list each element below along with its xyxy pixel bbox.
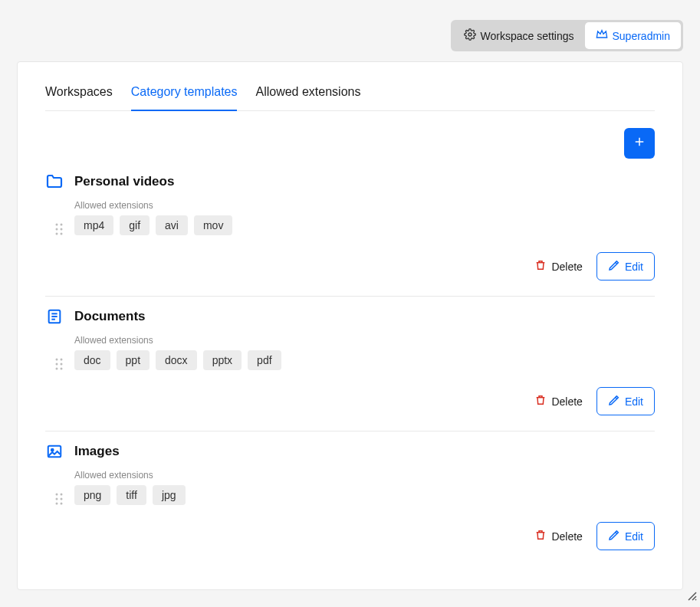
extension-tag: pptx [203, 350, 242, 370]
svg-point-15 [56, 363, 58, 366]
trash-icon [534, 259, 547, 274]
edit-label: Edit [625, 530, 643, 543]
allowed-extensions-label: Allowed extensions [74, 335, 281, 346]
svg-point-20 [51, 449, 54, 451]
document-icon [45, 307, 64, 326]
edit-label: Edit [625, 261, 643, 273]
extension-tag: tiff [117, 485, 146, 505]
plus-icon [633, 135, 646, 152]
delete-button[interactable]: Delete [534, 259, 582, 274]
svg-point-26 [61, 503, 63, 505]
gear-icon [464, 28, 476, 43]
svg-point-13 [56, 359, 58, 361]
extension-tag: pdf [248, 350, 281, 370]
tab-category-templates[interactable]: Category templates [131, 85, 238, 111]
extension-tag: ppt [117, 350, 150, 370]
folder-icon [45, 172, 64, 191]
svg-point-3 [56, 224, 58, 226]
topbar: Workspace settings Superadmin [451, 20, 683, 51]
pencil-icon [608, 529, 620, 543]
resize-handle-icon[interactable] [688, 590, 697, 604]
main-card: Workspaces Category templates Allowed ex… [17, 61, 683, 590]
svg-point-7 [56, 233, 58, 235]
superadmin-label: Superadmin [613, 30, 671, 42]
pencil-icon [608, 259, 620, 274]
svg-point-6 [61, 228, 63, 231]
extension-tags: pngtiffjpg [74, 485, 186, 505]
workspace-settings-button[interactable]: Workspace settings [453, 22, 585, 49]
extension-tag: docx [156, 350, 197, 370]
svg-point-0 [468, 33, 472, 36]
svg-point-23 [56, 498, 58, 500]
delete-label: Delete [551, 261, 582, 273]
crown-icon [596, 28, 608, 43]
tab-allowed-extensions[interactable]: Allowed extensions [255, 85, 360, 111]
extension-tag: mov [194, 215, 232, 235]
category-title: Personal videos [74, 174, 174, 189]
workspace-settings-label: Workspace settings [481, 30, 574, 42]
edit-label: Edit [625, 395, 643, 408]
image-icon [45, 442, 64, 461]
allowed-extensions-label: Allowed extensions [74, 470, 186, 481]
tab-workspaces[interactable]: Workspaces [45, 85, 113, 111]
delete-button[interactable]: Delete [534, 529, 582, 543]
drag-handle-icon[interactable] [54, 493, 64, 505]
extension-tags: mp4gifavimov [74, 215, 232, 235]
drag-handle-icon[interactable] [54, 358, 64, 370]
tabs: Workspaces Category templates Allowed ex… [45, 85, 655, 111]
extension-tags: docpptdocxpptxpdf [74, 350, 281, 370]
category-title: Documents [74, 309, 146, 324]
edit-button[interactable]: Edit [596, 522, 655, 550]
svg-point-22 [61, 494, 63, 496]
svg-point-21 [56, 494, 58, 496]
trash-icon [534, 529, 547, 543]
pencil-icon [608, 394, 620, 408]
svg-point-24 [61, 498, 63, 500]
extension-tag: doc [74, 350, 110, 370]
category-item: Documents Allowed extensions docpptdocxp… [45, 307, 655, 431]
edit-button[interactable]: Edit [596, 387, 655, 415]
trash-icon [534, 394, 547, 408]
add-category-button[interactable] [624, 128, 655, 159]
delete-label: Delete [551, 530, 582, 543]
extension-tag: avi [156, 215, 188, 235]
superadmin-button[interactable]: Superadmin [585, 22, 682, 49]
delete-button[interactable]: Delete [534, 394, 582, 408]
extension-tag: gif [120, 215, 150, 235]
svg-point-14 [61, 359, 63, 361]
allowed-extensions-label: Allowed extensions [74, 200, 232, 211]
extension-tag: png [74, 485, 110, 505]
svg-point-17 [56, 368, 58, 370]
extension-tag: mp4 [74, 215, 113, 235]
extension-tag: jpg [153, 485, 186, 505]
svg-point-25 [56, 503, 58, 505]
svg-point-5 [56, 228, 58, 231]
svg-point-18 [61, 368, 63, 370]
category-title: Images [74, 444, 120, 459]
edit-button[interactable]: Edit [596, 252, 655, 281]
drag-handle-icon[interactable] [54, 223, 64, 235]
svg-point-8 [61, 233, 63, 235]
svg-point-4 [61, 224, 63, 226]
category-item: Images Allowed extensions pngtiffjpg Del… [45, 442, 655, 566]
delete-label: Delete [551, 395, 582, 408]
svg-point-16 [61, 363, 63, 366]
category-item: Personal videos Allowed extensions mp4gi… [45, 172, 655, 297]
